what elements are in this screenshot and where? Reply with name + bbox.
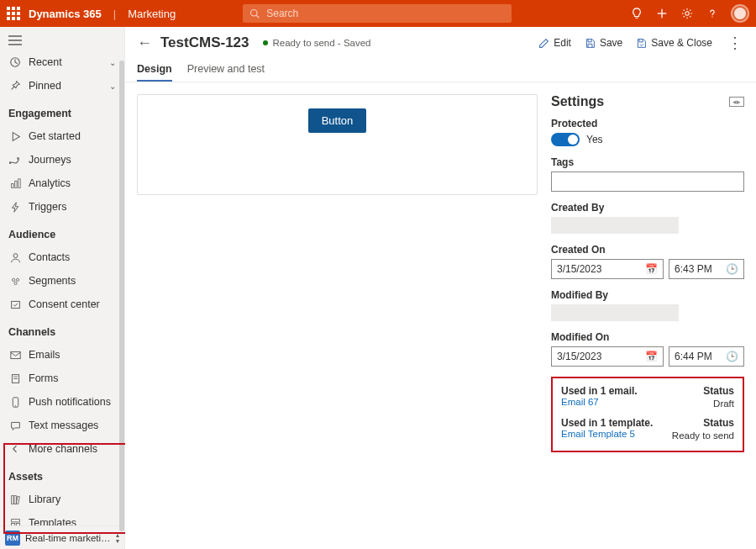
nav-consent[interactable]: Consent center: [0, 293, 124, 316]
analytics-icon: [8, 177, 22, 190]
plus-icon[interactable]: [655, 7, 669, 20]
svg-rect-9: [11, 183, 13, 187]
nav-text[interactable]: Text messages: [0, 414, 124, 437]
nav-section-channels: Channels: [0, 316, 124, 343]
nav-analytics[interactable]: Analytics: [0, 172, 124, 195]
svg-point-4: [685, 12, 689, 15]
nav-label: Contacts: [29, 251, 70, 263]
btn-label: Save & Close: [651, 37, 712, 49]
trigger-icon: [8, 200, 22, 214]
nav-library[interactable]: Library: [0, 488, 124, 511]
area-label: Real-time marketi…: [25, 533, 111, 543]
tags-input[interactable]: [551, 172, 744, 192]
tab-design[interactable]: Design: [137, 63, 172, 82]
usage-template-status: Ready to send: [672, 430, 734, 441]
nav-label: Get started: [29, 130, 81, 142]
usage-template-header: Used in 1 template.: [561, 417, 653, 429]
nav-push[interactable]: Push notifications: [0, 390, 124, 414]
nav-label: Journeys: [29, 154, 71, 166]
scrollbar[interactable]: [119, 61, 124, 531]
segments-icon: [8, 274, 22, 288]
save-close-icon: [636, 38, 647, 49]
app-launcher-icon[interactable]: [7, 7, 20, 20]
nav-more-channels[interactable]: More channels: [0, 437, 124, 461]
lightbulb-icon[interactable]: [630, 7, 643, 20]
collapse-panel-icon[interactable]: ◂▸: [729, 97, 744, 107]
gear-icon[interactable]: [680, 7, 694, 20]
svg-point-13: [12, 278, 14, 281]
search-input[interactable]: [265, 7, 505, 20]
nav-segments[interactable]: Segments: [0, 269, 124, 293]
designer-button-element[interactable]: Button: [308, 108, 367, 133]
tab-preview[interactable]: Preview and test: [187, 63, 265, 82]
svg-rect-26: [11, 519, 19, 521]
save-close-button[interactable]: Save & Close: [636, 37, 712, 49]
status-text: Ready to send - Saved: [273, 38, 371, 48]
designer-frame[interactable]: Button: [137, 94, 538, 195]
svg-rect-16: [11, 301, 19, 308]
modified-time-value: 6:44 PM: [675, 351, 712, 362]
pin-icon: [8, 79, 22, 92]
nav-get-started[interactable]: Get started: [0, 124, 124, 148]
settings-title: Settings: [551, 94, 604, 109]
overflow-menu[interactable]: ⋮: [726, 34, 744, 52]
nav-emails[interactable]: Emails: [0, 343, 124, 367]
save-icon: [585, 38, 596, 49]
svg-rect-24: [13, 495, 15, 504]
svg-point-14: [16, 278, 18, 281]
sms-icon: [8, 419, 22, 432]
person-icon: [8, 251, 22, 264]
btn-label: Edit: [554, 37, 571, 49]
save-button[interactable]: Save: [585, 37, 622, 49]
modified-date-input[interactable]: 3/15/2023📅: [551, 346, 664, 367]
push-icon: [8, 395, 22, 409]
protected-toggle[interactable]: [551, 133, 580, 146]
protected-value: Yes: [586, 134, 603, 145]
separator: |: [113, 8, 116, 20]
nav-triggers[interactable]: Triggers: [0, 195, 124, 219]
created-by-label: Created By: [551, 202, 744, 214]
nav-forms[interactable]: Forms: [0, 367, 124, 390]
nav-label: Segments: [29, 275, 76, 287]
nav-label: Library: [29, 494, 60, 505]
nav-label: Analytics: [29, 177, 71, 189]
tabs: Design Preview and test: [125, 59, 756, 82]
nav-contacts[interactable]: Contacts: [0, 245, 124, 269]
topbar: Dynamics 365 | Marketing: [0, 0, 756, 27]
nav-collapse-button[interactable]: [0, 27, 124, 50]
svg-point-12: [13, 253, 18, 257]
back-button[interactable]: ←: [137, 35, 152, 50]
area-switcher[interactable]: RM Real-time marketi… ▴▾: [0, 525, 124, 549]
nav-journeys[interactable]: Journeys: [0, 148, 124, 172]
nav-templates[interactable]: Templates: [0, 511, 124, 525]
avatar[interactable]: [731, 4, 749, 23]
svg-line-1: [256, 15, 259, 18]
usage-email-status: Draft: [713, 399, 734, 409]
nav-label: Pinned: [29, 80, 61, 92]
created-on-label: Created On: [551, 244, 744, 256]
svg-rect-23: [11, 495, 13, 504]
usage-status-label: Status: [703, 417, 734, 429]
modified-time-input[interactable]: 6:44 PM🕒: [669, 346, 744, 367]
nav-label: Triggers: [29, 201, 66, 213]
nav-label: More channels: [29, 443, 97, 455]
tags-label: Tags: [551, 156, 744, 168]
svg-rect-25: [16, 496, 19, 504]
global-search[interactable]: [243, 4, 512, 23]
nav-recent[interactable]: Recent ⌄: [0, 50, 124, 74]
created-date-input[interactable]: 3/15/2023📅: [551, 259, 664, 279]
nav-pinned[interactable]: Pinned ⌄: [0, 74, 124, 98]
created-time-input[interactable]: 6:43 PM🕒: [669, 259, 744, 279]
svg-rect-27: [11, 523, 14, 525]
edit-button[interactable]: Edit: [538, 37, 571, 49]
help-icon[interactable]: [706, 7, 719, 20]
nav-label: Consent center: [29, 298, 100, 310]
usage-template-link[interactable]: Email Template 5: [561, 429, 635, 441]
protected-label: Protected: [551, 118, 744, 129]
chevron-down-icon: ⌄: [109, 58, 116, 67]
btn-label: Save: [600, 37, 622, 49]
form-icon: [8, 372, 22, 385]
usage-email-link[interactable]: Email 67: [561, 397, 599, 409]
calendar-icon: 📅: [645, 263, 658, 275]
nav-section-audience: Audience: [0, 219, 124, 245]
